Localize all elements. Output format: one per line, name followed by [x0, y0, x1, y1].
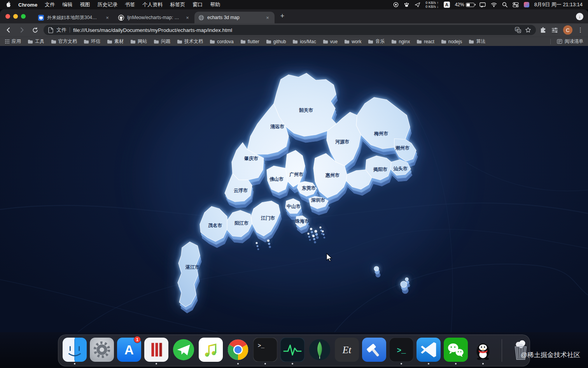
folder-icon [240, 39, 246, 44]
address-bar[interactable]: 文件 file:///Users/mac/dailyDocuments/myPr… [44, 25, 536, 35]
bookmark-folder[interactable]: 网站 [130, 38, 147, 45]
tab-video-site[interactable]: 外来媳妇本地郎第304集-电视剧 × [34, 12, 114, 23]
menubar-menu-item[interactable]: 窗口 [192, 1, 203, 8]
bookmark-folder[interactable]: nodejs [441, 39, 462, 44]
menubar: Chrome 文件编辑视图历史记录书签个人资料标签页窗口帮助 0 KB/s ↑ … [0, 0, 588, 9]
tab-close-icon[interactable]: × [264, 14, 271, 21]
bookmark-folder[interactable]: vue [323, 39, 338, 44]
city-label: 阳江市 [234, 220, 248, 226]
apps-shortcut[interactable]: 应用 [5, 38, 21, 45]
zoom-window-button[interactable] [21, 14, 26, 19]
bookmark-folder[interactable]: 技术文档 [177, 38, 203, 45]
folder-icon [154, 39, 159, 44]
toolbar-right-icons: C ⋮ [540, 25, 584, 35]
media-controls-icon[interactable] [551, 27, 558, 33]
menubar-menu-item[interactable]: 书签 [125, 1, 135, 8]
dock-dev-terminal-icon[interactable]: >_ [389, 336, 414, 365]
download-status-icon[interactable]: ↓ [576, 13, 583, 20]
dock-system-preferences-icon[interactable] [89, 336, 114, 365]
dock-app-store-icon[interactable]: A 1 [117, 336, 142, 365]
map-canvas[interactable]: 韶关市清远市梅州市河源市潮州市肇庆市揭阳市汕头市广州市惠州市佛山市东莞市云浮市深… [0, 46, 588, 332]
dock-xcode-icon[interactable] [362, 336, 387, 365]
bookmark-folder[interactable]: work [344, 39, 361, 44]
tab-echarts-map[interactable]: echarts 3d map × [194, 12, 275, 23]
dock-finder-icon[interactable] [62, 336, 87, 365]
bookmark-folder[interactable]: 环信 [84, 38, 100, 45]
city-label: 肇庆市 [244, 156, 258, 161]
menu-extra-app-icon[interactable] [524, 2, 529, 7]
network-speed-indicator[interactable]: 0 KB/s ↑ 0 KB/s ↓ [425, 1, 439, 9]
bookmark-folder[interactable]: 音乐 [368, 38, 385, 45]
bookmark-folder[interactable]: 算法 [469, 38, 485, 45]
tab-strip: 外来媳妇本地郎第304集-电视剧 × IjnMeow/echarts-map: … [0, 9, 588, 23]
reading-list-button[interactable]: 阅读清单 [550, 38, 583, 45]
dock-terminal-icon[interactable]: >_ [253, 336, 278, 365]
city-label: 韶关市 [299, 107, 313, 113]
svg-text:A: A [124, 343, 134, 357]
chrome-menu-icon[interactable]: ⋮ [578, 26, 583, 33]
tab-github[interactable]: IjnMeow/echarts-map: echarts × [114, 12, 194, 23]
menubar-menu-item[interactable]: 编辑 [62, 1, 72, 8]
dock-vscode-icon[interactable] [416, 336, 441, 365]
bookmark-folder-label: 技术文档 [184, 38, 203, 45]
wifi-icon[interactable] [491, 2, 497, 7]
spotlight-search-icon[interactable] [502, 2, 508, 7]
paper-plane-menu-icon[interactable] [415, 2, 420, 7]
new-tab-button[interactable]: + [277, 11, 288, 21]
menubar-menu-item[interactable]: 历史记录 [97, 1, 117, 8]
bookmark-folder[interactable]: github [266, 39, 286, 44]
screen-mirroring-icon[interactable] [480, 2, 486, 7]
dock-qq-icon[interactable] [471, 336, 495, 365]
folder-icon [323, 39, 328, 44]
dock-chrome-icon[interactable] [226, 336, 250, 365]
input-method-indicator[interactable]: A [444, 2, 450, 8]
menubar-menu-item[interactable]: 文件 [45, 1, 55, 8]
minimize-window-button[interactable] [13, 14, 18, 19]
dock-telegram-icon[interactable] [171, 336, 196, 365]
dock-qq-music-icon[interactable] [198, 336, 223, 365]
reload-button[interactable] [30, 25, 40, 35]
extensions-puzzle-icon[interactable] [540, 27, 546, 33]
control-center-icon[interactable] [513, 2, 519, 7]
bookmark-folder[interactable]: react [416, 39, 434, 44]
dock-activity-monitor-icon[interactable] [280, 336, 305, 365]
dock-wechat-icon[interactable] [443, 336, 468, 365]
dock: A 1 >_ Et [58, 335, 530, 366]
close-window-button[interactable] [5, 14, 10, 19]
profile-avatar[interactable]: C [563, 25, 572, 35]
forward-button[interactable] [17, 25, 26, 35]
menubar-app-name[interactable]: Chrome [18, 2, 37, 8]
menubar-menu-item[interactable]: 帮助 [210, 1, 220, 8]
folder-icon [441, 39, 446, 44]
bookmark-folder[interactable]: ios/Mac [292, 39, 316, 44]
city-label: 梅州市 [374, 131, 388, 136]
menubar-menu-item[interactable]: 标签页 [170, 1, 185, 8]
screen-record-icon[interactable] [393, 2, 399, 7]
bookmark-folder[interactable]: 工具 [28, 38, 44, 45]
bookmark-folder[interactable]: 素材 [107, 38, 124, 45]
paw-menu-icon[interactable] [404, 2, 410, 7]
translate-icon[interactable]: A [515, 27, 521, 33]
bookmark-folder[interactable]: flutter [240, 39, 259, 44]
bookmark-folder[interactable]: nginx [391, 39, 410, 44]
apple-logo-icon[interactable] [5, 2, 11, 8]
tab-close-icon[interactable]: × [184, 14, 191, 21]
bookmark-folder[interactable]: 官方文档 [51, 38, 77, 45]
battery-indicator[interactable]: 42% [455, 2, 474, 7]
url-text[interactable]: file:///Users/mac/dailyDocuments/myProdu… [73, 27, 512, 33]
bookmark-folder[interactable]: cordova [210, 39, 234, 44]
dock-mongodb-icon[interactable] [307, 336, 332, 365]
page-content: 韶关市清远市梅州市河源市潮州市肇庆市揭阳市汕头市广州市惠州市佛山市东莞市云浮市深… [0, 46, 588, 332]
dock-et-app-icon[interactable]: Et [334, 336, 359, 365]
bookmarks-bar: 应用 工具官方文档环信素材网站问题技术文档cordovafluttergithu… [0, 37, 588, 46]
bookmark-folders: 工具官方文档环信素材网站问题技术文档cordovafluttergithubio… [28, 38, 492, 45]
menubar-datetime[interactable]: 8月9日 周一 21:13:14 [534, 1, 583, 8]
bookmark-folder-label: 官方文档 [58, 38, 77, 45]
bookmark-folder[interactable]: 问题 [154, 38, 170, 45]
dock-parallels-icon[interactable] [144, 336, 169, 365]
tab-close-icon[interactable]: × [104, 14, 110, 21]
menubar-menu-item[interactable]: 个人资料 [142, 1, 163, 8]
menubar-menu-item[interactable]: 视图 [80, 1, 90, 8]
bookmark-star-icon[interactable] [525, 27, 531, 33]
back-button[interactable] [4, 25, 13, 35]
